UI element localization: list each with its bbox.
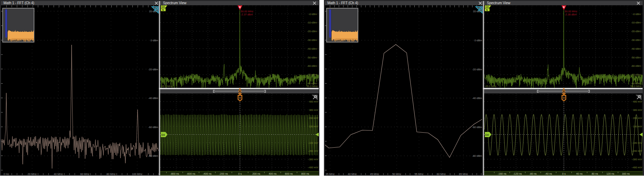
- svg-text:-66 dBm: -66 dBm: [307, 64, 317, 68]
- svg-text:-6 dBm: -6 dBm: [632, 13, 641, 16]
- svg-text:-400 mV: -400 mV: [308, 166, 318, 169]
- svg-text:-600 ns: -600 ns: [186, 172, 195, 175]
- svg-text:-300 mV: -300 mV: [632, 158, 642, 161]
- svg-text:C4: C4: [162, 134, 165, 136]
- svg-text:-20 dBm: -20 dBm: [472, 68, 482, 71]
- svg-text:Spectrum View: Spectrum View: [487, 1, 511, 5]
- svg-text:-66 dBm: -66 dBm: [631, 64, 641, 68]
- svg-text:-400 mV: -400 mV: [632, 166, 642, 169]
- svg-text:-76 dBm: -76 dBm: [307, 73, 317, 76]
- svg-text:45.0 MHz: 45.0 MHz: [161, 85, 172, 88]
- svg-text:0 dBm: 0 dBm: [150, 39, 158, 42]
- svg-text:-60 dBm: -60 dBm: [148, 126, 158, 129]
- svg-text:-36 dBm: -36 dBm: [631, 38, 641, 42]
- svg-text:120 ns: 120 ns: [606, 172, 614, 175]
- svg-text:T: T: [239, 90, 240, 93]
- svg-text:600 ns: 600 ns: [285, 172, 293, 175]
- svg-text:-200 mV: -200 mV: [308, 149, 318, 153]
- svg-text:-46 dBm: -46 dBm: [631, 47, 641, 50]
- svg-text:200 ns: 200 ns: [252, 172, 260, 175]
- svg-text:-56 dBm: -56 dBm: [631, 56, 641, 59]
- svg-text:800 ns: 800 ns: [301, 172, 309, 175]
- svg-text:100 mV: 100 mV: [309, 125, 318, 128]
- svg-text:-76 dBm: -76 dBm: [631, 73, 641, 76]
- svg-text:45.0 MHz: 45.0 MHz: [485, 85, 496, 88]
- svg-text:80 ns: 80 ns: [592, 172, 598, 175]
- svg-text:-16 dBm: -16 dBm: [631, 21, 641, 24]
- svg-text:-80 dBm: -80 dBm: [148, 154, 158, 157]
- svg-text:N: N: [162, 9, 164, 11]
- svg-text:400 mV: 400 mV: [633, 100, 642, 103]
- svg-text:-6 dBm: -6 dBm: [309, 13, 317, 16]
- svg-text:-26 dBm: -26 dBm: [307, 30, 317, 33]
- svg-text:-2.37 dBm: -2.37 dBm: [241, 13, 253, 16]
- svg-text:300 mV: 300 mV: [309, 108, 318, 112]
- svg-text:-100 mV: -100 mV: [632, 141, 642, 145]
- svg-text:-40 ns: -40 ns: [545, 172, 552, 175]
- svg-text:200 mV: 200 mV: [633, 117, 642, 120]
- svg-text:T: T: [563, 90, 564, 93]
- svg-text:-160 ns: -160 ns: [498, 172, 506, 175]
- svg-text:-40 dBm: -40 dBm: [148, 97, 158, 100]
- svg-text:300 mV: 300 mV: [633, 108, 642, 112]
- svg-text:Math 1 - FFT (Ch 4): Math 1 - FFT (Ch 4): [3, 1, 34, 5]
- svg-text:-20 dBm: -20 dBm: [148, 68, 158, 71]
- svg-text:-120 ns: -120 ns: [513, 172, 522, 175]
- svg-text:0 dBm: 0 dBm: [474, 39, 482, 42]
- svg-text:55.0 MHz: 55.0 MHz: [630, 85, 642, 88]
- svg-text:-80 dBm: -80 dBm: [472, 154, 482, 157]
- svg-text:-56 dBm: -56 dBm: [307, 56, 317, 59]
- svg-text:R: R: [239, 6, 241, 8]
- svg-text:40 ns: 40 ns: [576, 172, 583, 175]
- svg-text:160 ns: 160 ns: [622, 172, 630, 175]
- svg-text:200 mV: 200 mV: [309, 117, 318, 120]
- svg-text:-46 dBm: -46 dBm: [307, 47, 317, 50]
- svg-text:-26 dBm: -26 dBm: [631, 30, 641, 33]
- svg-text:0 s: 0 s: [238, 172, 242, 175]
- svg-text:400 ns: 400 ns: [269, 172, 277, 175]
- svg-text:-300 mV: -300 mV: [308, 158, 318, 161]
- svg-text:-200 mV: -200 mV: [632, 149, 642, 153]
- svg-text:C4: C4: [162, 6, 165, 8]
- svg-text:C4: C4: [486, 6, 489, 8]
- svg-text:-400 ns: -400 ns: [203, 172, 212, 175]
- svg-text:-60 dBm: -60 dBm: [472, 126, 482, 129]
- svg-text:-36 dBm: -36 dBm: [307, 38, 317, 42]
- svg-text:0 s: 0 s: [562, 172, 565, 175]
- svg-text:100 mV: 100 mV: [633, 125, 642, 128]
- svg-text:Spectrum View: Spectrum View: [163, 1, 187, 5]
- svg-text:-80 ns: -80 ns: [529, 172, 536, 175]
- svg-text:R: R: [563, 6, 565, 8]
- svg-text:-800 ns: -800 ns: [170, 172, 179, 175]
- svg-text:-200 ns: -200 ns: [219, 172, 228, 175]
- svg-text:55.0 MHz: 55.0 MHz: [306, 85, 318, 88]
- svg-text:N: N: [486, 9, 488, 11]
- svg-text:-16 dBm: -16 dBm: [307, 21, 317, 24]
- svg-text:T: T: [239, 97, 241, 100]
- svg-text:-2.38 dBm: -2.38 dBm: [565, 13, 577, 16]
- svg-text:-100 mV: -100 mV: [308, 141, 318, 145]
- svg-text:400 mV: 400 mV: [309, 100, 318, 103]
- svg-text:Math 1 - FFT (Ch 4): Math 1 - FFT (Ch 4): [327, 1, 358, 5]
- svg-text:C4: C4: [486, 134, 489, 136]
- svg-text:-40 dBm: -40 dBm: [472, 97, 482, 100]
- svg-text:T: T: [563, 97, 565, 100]
